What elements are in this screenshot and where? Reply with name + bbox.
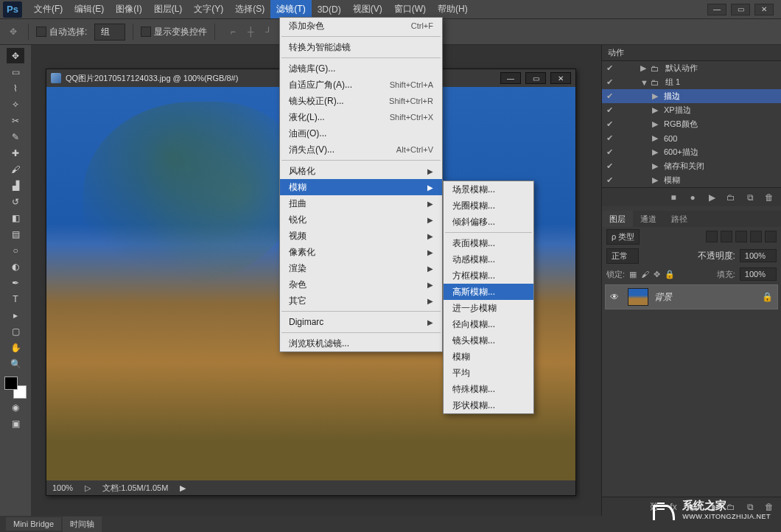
filter-menu-item[interactable]: 风格化▶ — [280, 163, 442, 179]
action-enabled-check[interactable]: ✔ — [605, 77, 614, 87]
expand-triangle-icon[interactable]: ▶ — [640, 63, 648, 73]
menu-edit[interactable]: 编辑(E) — [69, 0, 110, 18]
zoom-tool[interactable]: 🔍 — [7, 356, 24, 371]
filter-menu-item[interactable]: 滤镜库(G)... — [280, 60, 442, 77]
action-enabled-check[interactable]: ✔ — [605, 105, 614, 115]
menu-3d[interactable]: 3D(D) — [312, 1, 347, 18]
dodge-tool[interactable]: ◐ — [7, 259, 24, 274]
action-row[interactable]: ✔▶600+描边 — [602, 145, 781, 159]
layers-filter-select[interactable]: ρ 类型 — [606, 229, 640, 245]
lock-all-icon[interactable]: 🔒 — [665, 270, 675, 279]
align-bottom-icon[interactable]: ┘ — [261, 24, 276, 39]
shape-tool[interactable]: ▢ — [7, 323, 24, 339]
brush-tool[interactable]: 🖌 — [7, 161, 24, 177]
expand-triangle-icon[interactable]: ▼ — [640, 78, 648, 87]
screen-mode-button[interactable]: ▣ — [7, 416, 24, 431]
foreground-background-colors[interactable] — [4, 377, 27, 399]
stop-action-button[interactable]: ■ — [668, 192, 679, 203]
action-row[interactable]: ✔▶储存和关闭 — [602, 159, 781, 173]
record-action-button[interactable]: ● — [687, 192, 698, 203]
filter-menu-item[interactable]: 自适应广角(A)...Shift+Ctrl+A — [280, 77, 442, 93]
blur-submenu-item[interactable]: 平均 — [444, 365, 533, 381]
action-row[interactable]: ✔▶XP描边 — [602, 103, 781, 117]
menu-layer[interactable]: 图层(L) — [148, 0, 189, 18]
fill-value[interactable]: 100% — [740, 267, 777, 281]
action-enabled-check[interactable]: ✔ — [605, 147, 614, 157]
actions-panel-tab[interactable]: 动作 — [602, 45, 781, 61]
filter-adjust-icon[interactable] — [721, 231, 732, 242]
filter-menu-item[interactable]: 其它▶ — [280, 293, 442, 309]
opacity-value[interactable]: 100% — [740, 249, 777, 262]
filter-pixel-icon[interactable] — [706, 231, 718, 242]
action-row[interactable]: ✔▶🗀默认动作 — [602, 61, 781, 75]
history-brush-tool[interactable]: ↺ — [7, 194, 24, 209]
channels-tab[interactable]: 通道 — [633, 211, 664, 228]
filter-menu-item[interactable]: 渲染▶ — [280, 260, 442, 276]
blur-submenu-item[interactable]: 进一步模糊 — [444, 300, 533, 316]
layer-mask-button[interactable]: ◐ — [687, 501, 698, 513]
tab-timeline[interactable]: 时间轴 — [63, 517, 102, 532]
gradient-tool[interactable]: ▤ — [7, 226, 24, 242]
status-arrow-icon[interactable]: ▶ — [180, 483, 186, 493]
adjustment-layer-button[interactable]: ◑ — [706, 501, 718, 513]
lock-image-icon[interactable]: 🖌 — [641, 270, 649, 279]
expand-triangle-icon[interactable]: ▶ — [652, 119, 659, 129]
expand-triangle-icon[interactable]: ▶ — [652, 161, 659, 171]
new-layer-button[interactable]: ⧉ — [744, 501, 756, 513]
play-action-button[interactable]: ▶ — [706, 192, 718, 203]
magic-wand-tool[interactable]: ✧ — [7, 97, 24, 112]
action-row[interactable]: ✔▶描边 — [602, 89, 781, 103]
align-top-icon[interactable]: ⌐ — [225, 24, 240, 39]
lock-transparency-icon[interactable]: ▦ — [629, 270, 637, 279]
healing-brush-tool[interactable]: ✚ — [7, 145, 24, 161]
layer-group-button[interactable]: 🗀 — [725, 501, 737, 513]
blur-submenu-item[interactable]: 特殊模糊... — [444, 381, 533, 397]
action-row[interactable]: ✔▼🗀组 1 — [602, 75, 781, 89]
tab-mini-bridge[interactable]: Mini Bridge — [6, 517, 61, 531]
filter-menu-item[interactable]: 油画(O)... — [280, 125, 442, 141]
crop-tool[interactable]: ✂ — [7, 113, 24, 128]
type-tool[interactable]: T — [7, 291, 24, 307]
action-enabled-check[interactable]: ✔ — [605, 63, 614, 73]
expand-triangle-icon[interactable]: ▶ — [652, 133, 659, 143]
delete-layer-button[interactable]: 🗑 — [763, 501, 775, 513]
menu-image[interactable]: 图像(I) — [110, 0, 147, 18]
paths-tab[interactable]: 路径 — [664, 211, 695, 228]
blur-submenu-item[interactable]: 倾斜偏移... — [444, 214, 533, 230]
expand-triangle-icon[interactable]: ▶ — [652, 91, 659, 101]
action-enabled-check[interactable]: ✔ — [605, 161, 614, 171]
blur-submenu-item[interactable]: 表面模糊... — [444, 235, 533, 251]
filter-menu-item[interactable]: 像素化▶ — [280, 244, 442, 260]
layer-visibility-icon[interactable]: 👁 — [610, 292, 622, 302]
blur-submenu-item[interactable]: 模糊 — [444, 349, 533, 365]
window-minimize-button[interactable]: — — [707, 4, 726, 15]
filter-smart-icon[interactable] — [765, 231, 777, 242]
action-enabled-check[interactable]: ✔ — [605, 133, 614, 143]
auto-select-mode-select[interactable]: 组 — [94, 24, 125, 41]
action-enabled-check[interactable]: ✔ — [605, 91, 614, 101]
eraser-tool[interactable]: ◧ — [7, 210, 24, 225]
status-icon[interactable]: ▷ — [85, 483, 91, 493]
new-set-button[interactable]: 🗀 — [725, 192, 737, 203]
action-enabled-check[interactable]: ✔ — [605, 175, 614, 185]
show-transform-checkbox[interactable] — [141, 27, 151, 37]
menu-file[interactable]: 文件(F) — [28, 0, 69, 18]
foreground-color-swatch[interactable] — [4, 377, 18, 390]
layer-thumbnail[interactable] — [628, 288, 648, 306]
doc-maximize-button[interactable]: ▭ — [525, 72, 546, 84]
menu-filter[interactable]: 滤镜(T) — [270, 0, 311, 18]
move-tool[interactable]: ✥ — [7, 48, 24, 63]
expand-triangle-icon[interactable]: ▶ — [652, 175, 659, 185]
auto-select-checkbox[interactable] — [36, 27, 46, 37]
path-selection-tool[interactable]: ▸ — [7, 307, 24, 323]
filter-type-icon[interactable] — [735, 231, 747, 242]
layers-tab[interactable]: 图层 — [602, 211, 633, 228]
layer-style-button[interactable]: fx — [668, 501, 679, 513]
action-row[interactable]: ✔▶模糊 — [602, 173, 781, 187]
filter-menu-item[interactable]: 消失点(V)...Alt+Ctrl+V — [280, 141, 442, 158]
pen-tool[interactable]: ✒ — [7, 275, 24, 290]
layer-row-background[interactable]: 👁 背景 🔒 — [605, 284, 778, 309]
expand-triangle-icon[interactable]: ▶ — [652, 105, 659, 115]
filter-menu-item[interactable]: 模糊▶ — [280, 179, 442, 195]
filter-menu-item-browse-online[interactable]: 浏览联机滤镜... — [280, 335, 442, 351]
